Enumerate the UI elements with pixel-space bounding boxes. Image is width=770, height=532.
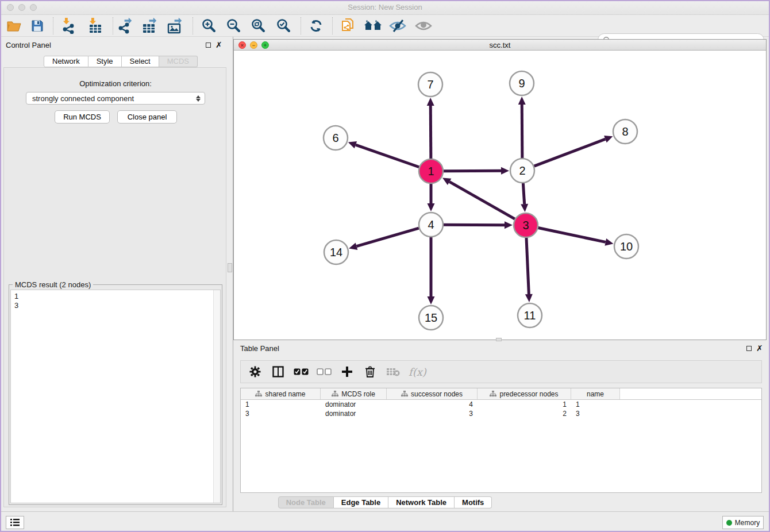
float-panel-icon[interactable] — [206, 43, 211, 48]
gear-icon[interactable] — [248, 364, 263, 379]
node-label-14: 14 — [330, 246, 342, 259]
edge-1-6[interactable] — [356, 145, 419, 167]
node-label-6: 6 — [332, 132, 338, 144]
show-all-icon[interactable] — [414, 18, 433, 34]
zoom-in-icon[interactable] — [199, 18, 218, 34]
column-label: name — [587, 390, 604, 398]
edge-3-10[interactable] — [538, 228, 606, 242]
tab-edge-table[interactable]: Edge Table — [334, 496, 388, 508]
table-cell: 3 — [241, 409, 321, 418]
refresh-icon[interactable] — [306, 18, 326, 34]
edge-2-9[interactable] — [522, 105, 522, 158]
zoom-fit-icon[interactable] — [248, 18, 268, 34]
edge-3-1[interactable] — [449, 182, 515, 219]
function-builder-icon[interactable]: f(x) — [409, 366, 426, 378]
float-table-panel-icon[interactable] — [746, 346, 752, 351]
table-cell: dominator — [321, 400, 387, 409]
tab-style[interactable]: Style — [88, 56, 122, 67]
mcds-result-title: MCDS result (2 nodes) — [13, 280, 93, 289]
mcds-result-text[interactable]: 1 3 — [10, 290, 221, 503]
first-neighbors-icon[interactable] — [338, 18, 357, 34]
arrowhead-icon — [505, 221, 513, 229]
node-label-1: 1 — [428, 165, 434, 178]
export-image-icon[interactable] — [165, 18, 185, 34]
home-icon[interactable] — [363, 18, 383, 34]
criterion-selected-value: strongly connected component — [32, 94, 195, 103]
column-header-successor-nodes[interactable]: successor nodes — [387, 388, 478, 399]
export-network-icon[interactable] — [116, 18, 135, 34]
export-table-icon[interactable] — [140, 18, 160, 34]
close-table-panel-icon[interactable]: ✗ — [756, 345, 763, 351]
close-panel-icon[interactable]: ✗ — [215, 42, 222, 48]
table-tabs: Node TableEdge TableNetwork TableMotifs — [0, 496, 770, 508]
window-minimize-button[interactable] — [18, 4, 25, 11]
node-label-9: 9 — [518, 77, 525, 90]
arrowhead-icon — [525, 294, 533, 302]
network-canvas[interactable]: 7968124314101511 — [234, 51, 766, 340]
import-table-icon[interactable] — [86, 18, 105, 34]
hide-selected-icon[interactable] — [388, 18, 407, 34]
node-table[interactable]: shared nameMCDS rolesuccessor nodesprede… — [240, 388, 762, 493]
columns-icon[interactable] — [271, 364, 286, 379]
table-row[interactable]: 3dominator323 — [241, 409, 761, 418]
column-header-name[interactable]: name — [571, 388, 620, 399]
tab-network-table[interactable]: Network Table — [388, 496, 455, 508]
horizontal-splitter-grip[interactable] — [496, 338, 502, 341]
edge-4-14[interactable] — [357, 228, 419, 246]
tab-mcds[interactable]: MCDS — [159, 56, 198, 67]
column-header-predecessor-nodes[interactable]: predecessor nodes — [478, 388, 571, 399]
node-label-10: 10 — [620, 240, 633, 253]
arrowhead-icon — [349, 242, 357, 249]
delete-icon[interactable] — [363, 364, 378, 379]
deselect-all-icon[interactable] — [317, 364, 332, 379]
column-label: shared name — [265, 390, 305, 398]
column-header-MCDS-role[interactable]: MCDS role — [321, 388, 387, 399]
node-label-15: 15 — [425, 311, 437, 324]
edge-1-2[interactable] — [444, 171, 501, 171]
column-header-shared-name[interactable]: shared name — [241, 388, 321, 399]
open-session-icon[interactable] — [5, 18, 24, 34]
table-panel-title: Table Panel — [240, 344, 279, 353]
table-row[interactable]: 1dominator411 — [241, 400, 761, 409]
zoom-out-icon[interactable] — [224, 18, 243, 34]
network-minimize-button[interactable]: − — [250, 41, 257, 49]
arrowhead-icon — [604, 136, 613, 142]
import-network-icon[interactable] — [59, 18, 79, 34]
close-panel-button[interactable]: Close panel — [117, 110, 177, 124]
task-history-button[interactable] — [6, 516, 24, 529]
table-cell: 3 — [571, 409, 620, 418]
edge-2-3[interactable] — [523, 183, 524, 204]
save-session-icon[interactable] — [28, 18, 47, 34]
edge-3-11[interactable] — [526, 238, 529, 294]
network-maximize-button[interactable]: + — [261, 41, 269, 49]
tab-node-table[interactable]: Node Table — [278, 496, 334, 508]
network-close-button[interactable]: × — [238, 41, 246, 49]
tab-select[interactable]: Select — [122, 56, 159, 67]
edge-2-8[interactable] — [534, 139, 606, 166]
table-cell: 1 — [571, 400, 620, 409]
delete-table-icon[interactable] — [386, 364, 401, 379]
tab-motifs[interactable]: Motifs — [455, 496, 492, 508]
criterion-select[interactable]: strongly connected component — [26, 92, 205, 105]
zoom-selected-icon[interactable] — [274, 18, 293, 34]
result-scrollbar[interactable] — [213, 290, 220, 503]
splitter-grip[interactable] — [228, 263, 232, 272]
memory-label: Memory — [735, 519, 760, 527]
node-label-7: 7 — [427, 78, 433, 91]
edge-4-3[interactable] — [444, 225, 505, 225]
status-bar: Memory — [0, 511, 770, 532]
select-all-icon[interactable] — [294, 364, 309, 379]
toolbar-separator — [113, 17, 113, 34]
window-close-button[interactable] — [7, 4, 14, 11]
run-mcds-button[interactable]: Run MCDS — [55, 110, 110, 124]
arrowhead-icon — [521, 204, 528, 212]
tab-network[interactable]: Network — [44, 56, 88, 67]
arrowhead-icon — [427, 98, 434, 106]
arrowhead-icon — [348, 141, 357, 148]
edge-1-7[interactable] — [430, 106, 431, 159]
add-icon[interactable] — [340, 364, 355, 379]
window-zoom-button[interactable] — [30, 4, 37, 11]
network-window-titlebar[interactable]: × − + scc.txt — [234, 40, 766, 51]
node-label-8: 8 — [622, 125, 628, 138]
memory-button[interactable]: Memory — [722, 516, 764, 529]
